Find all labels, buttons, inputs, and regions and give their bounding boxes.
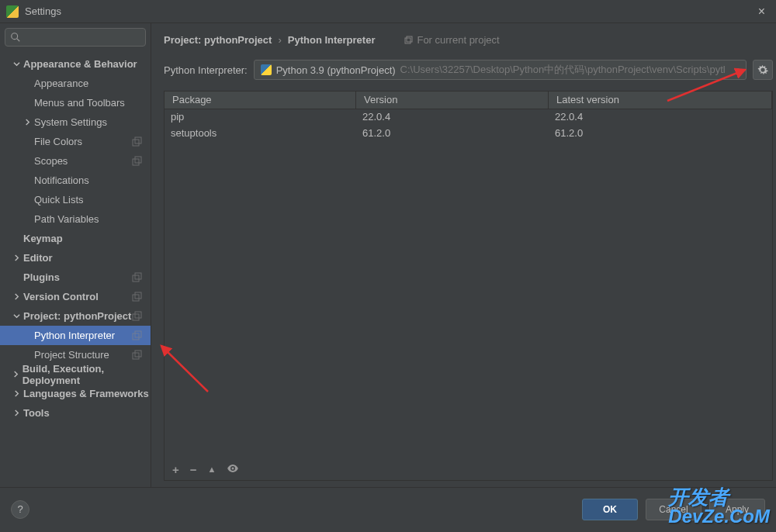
chevron-down-icon: ▾ [734,64,740,76]
upgrade-package-button[interactable]: ▲ [208,465,217,474]
cell-latest: 22.0.4 [549,109,772,126]
search-icon [10,32,21,43]
sidebar-item-label: Version Control [23,291,99,302]
sidebar-item-label: Scopes [34,155,68,167]
svg-rect-3 [135,137,141,143]
col-package[interactable]: Package [165,92,356,109]
sidebar-item-notifications[interactable]: Notifications [0,171,151,190]
gear-icon [757,64,768,75]
svg-rect-16 [405,38,411,43]
breadcrumb-sep: › [278,34,281,46]
badge-text: For current project [417,34,499,46]
svg-rect-4 [133,159,139,165]
interpreter-row: Python Interpreter: Python 3.9 (pythonPr… [164,60,773,80]
sidebar-item-file-colors[interactable]: File Colors [0,132,151,151]
help-button[interactable]: ? [11,500,29,519]
svg-rect-15 [135,351,141,357]
sidebar-item-label: Project Structure [34,349,109,361]
table-row[interactable]: pip22.0.422.0.4 [165,109,772,126]
chevron-icon [11,313,22,320]
sidebar-item-languages-frameworks[interactable]: Languages & Frameworks [0,384,151,403]
svg-rect-12 [133,333,139,340]
chevron-icon [11,409,22,416]
sidebar-item-label: Build, Execution, Deployment [23,363,151,386]
svg-rect-11 [135,312,141,318]
svg-rect-13 [135,331,141,337]
sidebar-item-menus-and-toolbars[interactable]: Menus and Toolbars [0,93,151,112]
sidebar-item-label: Path Variables [34,213,99,225]
interpreter-label: Python Interpreter: [164,64,248,76]
svg-rect-7 [135,273,141,279]
search-input[interactable] [24,32,140,43]
cell-package: pip [165,109,356,126]
cell-version: 22.0.4 [356,109,549,126]
chevron-icon [11,60,22,67]
sidebar-item-keymap[interactable]: Keymap [0,229,151,248]
breadcrumb-page: Python Interpreter [288,34,376,46]
sidebar: Appearance & BehaviorAppearanceMenus and… [0,23,151,487]
sidebar-item-label: Appearance & Behavior [23,58,137,70]
close-icon[interactable]: × [753,5,770,19]
breadcrumb-project[interactable]: Project: pythonProject [164,34,272,46]
sidebar-item-appearance-behavior[interactable]: Appearance & Behavior [0,54,151,74]
sidebar-item-build-execution-deployment[interactable]: Build, Execution, Deployment [0,364,151,384]
breadcrumb: Project: pythonProject › Python Interpre… [164,34,773,46]
sidebar-item-label: Notifications [34,174,89,186]
sidebar-item-version-control[interactable]: Version Control [0,287,151,306]
sidebar-item-project-pythonproject[interactable]: Project: pythonProject [0,306,151,326]
cancel-button[interactable]: Cancel [646,499,702,520]
sidebar-item-python-interpreter[interactable]: Python Interpreter [0,326,151,345]
show-early-releases-button[interactable] [227,462,239,477]
svg-rect-14 [133,353,139,359]
sidebar-item-editor[interactable]: Editor [0,248,151,268]
chevron-icon [11,254,22,261]
ok-button[interactable]: OK [582,499,638,520]
sidebar-item-system-settings[interactable]: System Settings [0,112,151,132]
content-panel: Project: pythonProject › Python Interpre… [151,23,776,487]
sidebar-item-appearance[interactable]: Appearance [0,74,151,93]
interpreter-dropdown[interactable]: Python 3.9 (pythonProject) C:\Users\3225… [254,60,747,80]
sidebar-item-path-variables[interactable]: Path Variables [0,209,151,229]
cell-latest: 61.2.0 [549,126,772,142]
svg-rect-8 [133,295,139,301]
sidebar-item-plugins[interactable]: Plugins [0,268,151,287]
sidebar-item-tools[interactable]: Tools [0,403,151,423]
col-version[interactable]: Version [356,92,549,109]
sidebar-item-scopes[interactable]: Scopes [0,151,151,171]
apply-button[interactable]: Apply [709,499,765,520]
chevron-icon [22,119,33,126]
sidebar-item-label: Project: pythonProject [23,310,131,322]
svg-rect-6 [133,275,139,282]
main-area: Appearance & BehaviorAppearanceMenus and… [0,23,776,487]
sidebar-item-quick-lists[interactable]: Quick Lists [0,190,151,209]
interpreter-settings-button[interactable] [753,60,773,80]
sidebar-item-label: Python Interpreter [34,330,115,341]
search-box[interactable] [5,28,146,47]
svg-line-1 [17,39,20,42]
interpreter-name: Python 3.9 (pythonProject) [276,64,396,76]
sidebar-item-label: Keymap [23,233,63,244]
chevron-icon [11,293,22,300]
sidebar-item-label: System Settings [34,116,107,128]
app-icon [6,5,19,18]
package-toolbar: + − ▲ [165,458,772,480]
sidebar-item-label: Languages & Frameworks [23,388,149,399]
sidebar-item-label: File Colors [34,136,82,147]
remove-package-button[interactable]: − [190,463,197,476]
add-package-button[interactable]: + [172,463,179,476]
col-latest[interactable]: Latest version [549,92,772,109]
package-table: Package Version Latest version pip22.0.4… [164,91,773,481]
for-current-project-badge: For current project [404,34,499,46]
svg-point-0 [12,33,18,40]
stack-icon [404,36,414,45]
sidebar-item-label: Menus and Toolbars [34,97,125,109]
python-icon [261,64,272,75]
window-title: Settings [25,5,753,17]
interpreter-path: C:\Users\32257\Desktop\Python中的代码\python… [400,63,726,77]
sidebar-item-project-structure[interactable]: Project Structure [0,345,151,364]
package-table-header: Package Version Latest version [165,92,772,109]
cell-version: 61.2.0 [356,126,549,142]
svg-rect-17 [407,36,412,42]
svg-rect-9 [135,292,141,299]
table-row[interactable]: setuptools61.2.061.2.0 [165,126,772,142]
